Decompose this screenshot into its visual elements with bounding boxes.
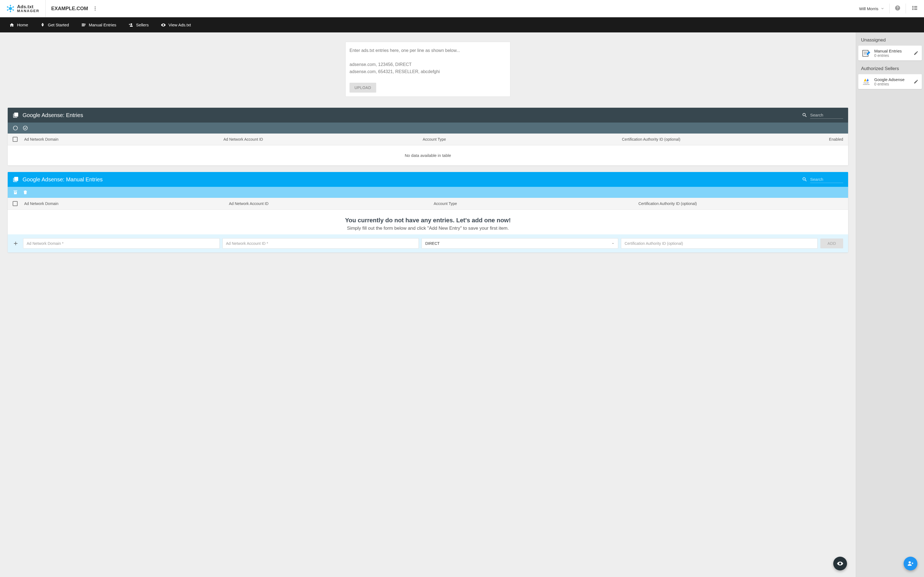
- nav-view-adstxt-label: View Ads.txt: [169, 23, 191, 27]
- eye-icon: [161, 23, 166, 27]
- trash-icon[interactable]: [23, 190, 28, 195]
- pencil-icon[interactable]: [914, 79, 919, 84]
- manual-col-domain: Ad Network Domain: [24, 201, 229, 206]
- sidebar-adsense-card[interactable]: Google AdSense Google Adsense 0 entries: [858, 74, 922, 89]
- check-all-icon[interactable]: [23, 125, 28, 131]
- manual-search: [802, 176, 843, 183]
- sidebar-adsense-sub: 0 entries: [874, 82, 910, 86]
- entries-panel-toolbar: [8, 122, 848, 134]
- logo-icon: [6, 4, 15, 13]
- user-menu[interactable]: Will Morris: [854, 6, 889, 11]
- upload-textarea[interactable]: Enter ads.txt entries here, one per line…: [349, 47, 506, 83]
- svg-point-22: [913, 9, 913, 10]
- svg-point-18: [913, 6, 913, 7]
- sidebar-authorized-title: Authorized Sellers: [858, 64, 922, 74]
- person-add-icon: [907, 560, 914, 567]
- manual-empty-state: You currently do not have any entries. L…: [8, 210, 848, 234]
- add-domain-input[interactable]: [23, 238, 220, 249]
- person-add-icon: [128, 23, 133, 27]
- svg-point-25: [130, 23, 132, 25]
- manual-select-all[interactable]: [13, 201, 18, 206]
- sidebar-authorized-section: Authorized Sellers Google AdSense Google…: [858, 64, 922, 89]
- add-entry-row: DIRECT ADD: [8, 234, 848, 253]
- main-content: Enter ads.txt entries here, one per line…: [0, 32, 856, 577]
- pencil-icon[interactable]: [914, 50, 919, 55]
- add-cert-input[interactable]: [621, 238, 817, 249]
- list-icon: [912, 5, 918, 11]
- add-account-input[interactable]: [223, 238, 419, 249]
- sidebar-adsense-title: Google Adsense: [874, 77, 910, 82]
- upload-button[interactable]: UPLOAD: [349, 83, 376, 93]
- manual-panel: Google Adsense: Manual Entries Ad Networ…: [8, 172, 848, 253]
- search-icon[interactable]: [802, 177, 808, 182]
- manual-col-account: Ad Network Account ID: [229, 201, 434, 206]
- entries-col-cert: Certification Authority ID (optional): [622, 137, 821, 142]
- library-icon: [13, 176, 19, 182]
- home-icon: [9, 23, 14, 27]
- menu-button[interactable]: [906, 5, 924, 12]
- brand-line2: MANAGER: [17, 9, 39, 13]
- entries-panel-header: Google Adsense: Entries: [8, 108, 848, 122]
- nav-manual-entries[interactable]: Manual Entries: [75, 17, 123, 32]
- sidebar-unassigned-section: Unassigned Manual Entries 0 entries: [858, 36, 922, 60]
- svg-point-35: [840, 563, 841, 564]
- domain-selector[interactable]: EXAMPLE.COM: [46, 6, 103, 11]
- nav-view-adstxt[interactable]: View Ads.txt: [155, 17, 197, 32]
- nav-get-started-label: Get Started: [48, 23, 69, 27]
- archive-icon[interactable]: [13, 190, 18, 195]
- entries-table-header: Ad Network Domain Ad Network Account ID …: [8, 134, 848, 145]
- svg-point-13: [95, 6, 96, 7]
- nav-sellers[interactable]: Sellers: [123, 17, 155, 32]
- add-type-select[interactable]: DIRECT: [422, 238, 618, 249]
- nav-home-label: Home: [17, 23, 28, 27]
- svg-point-36: [909, 561, 911, 564]
- entries-panel: Google Adsense: Entries Ad Network Domai…: [8, 108, 848, 165]
- manual-table-header: Ad Network Domain Ad Network Account ID …: [8, 198, 848, 210]
- nav-get-started[interactable]: Get Started: [34, 17, 75, 32]
- svg-point-20: [913, 8, 913, 8]
- circle-outline-icon[interactable]: [13, 125, 18, 131]
- manual-col-cert: Certification Authority ID (optional): [638, 201, 843, 206]
- brand-line1: Ads.txt: [17, 5, 39, 9]
- preview-fab[interactable]: [833, 557, 847, 571]
- nav-sellers-label: Sellers: [136, 23, 149, 27]
- svg-point-6: [7, 6, 8, 8]
- entries-select-all[interactable]: [13, 137, 18, 142]
- rocket-icon: [40, 23, 45, 27]
- svg-point-17: [897, 9, 898, 9]
- svg-point-2: [13, 6, 14, 8]
- eye-icon: [837, 560, 843, 567]
- sidebar-manual-entries-card[interactable]: Manual Entries 0 entries: [858, 46, 922, 60]
- caret-down-icon: [611, 242, 615, 245]
- edit-note-icon: [862, 48, 871, 58]
- nav-manual-entries-label: Manual Entries: [89, 23, 116, 27]
- entries-col-account: Ad Network Account ID: [224, 137, 423, 142]
- chevron-down-icon: [880, 6, 884, 10]
- add-type-value: DIRECT: [425, 241, 439, 246]
- nav-home[interactable]: Home: [3, 17, 34, 32]
- brand-logo[interactable]: Ads.txt MANAGER: [0, 0, 46, 17]
- sidebar-manual-title: Manual Entries: [874, 48, 910, 53]
- entries-search: [802, 111, 843, 119]
- search-icon[interactable]: [802, 112, 808, 118]
- manual-panel-header: Google Adsense: Manual Entries: [8, 172, 848, 187]
- manual-empty-sub: Simply fill out the form below and click…: [13, 226, 843, 231]
- svg-point-14: [95, 8, 96, 9]
- svg-point-28: [23, 126, 27, 130]
- main-nav: Home Get Started Manual Entries Sellers …: [0, 17, 924, 32]
- entries-col-domain: Ad Network Domain: [24, 137, 224, 142]
- add-button[interactable]: ADD: [820, 239, 843, 248]
- adsense-logo-text: Google AdSense: [862, 82, 871, 85]
- entries-panel-title: Google Adsense: Entries: [23, 112, 802, 118]
- entries-search-input[interactable]: [810, 111, 843, 119]
- kebab-icon[interactable]: [92, 6, 98, 11]
- entries-col-enabled: Enabled: [821, 137, 843, 142]
- upload-card: Enter ads.txt entries here, one per line…: [346, 42, 510, 97]
- svg-point-24: [42, 24, 43, 24]
- sidebar-manual-sub: 0 entries: [874, 53, 910, 58]
- plus-icon[interactable]: [13, 240, 19, 247]
- svg-point-15: [95, 10, 96, 10]
- help-button[interactable]: [890, 5, 906, 12]
- add-seller-fab[interactable]: [904, 557, 918, 571]
- manual-search-input[interactable]: [810, 176, 843, 183]
